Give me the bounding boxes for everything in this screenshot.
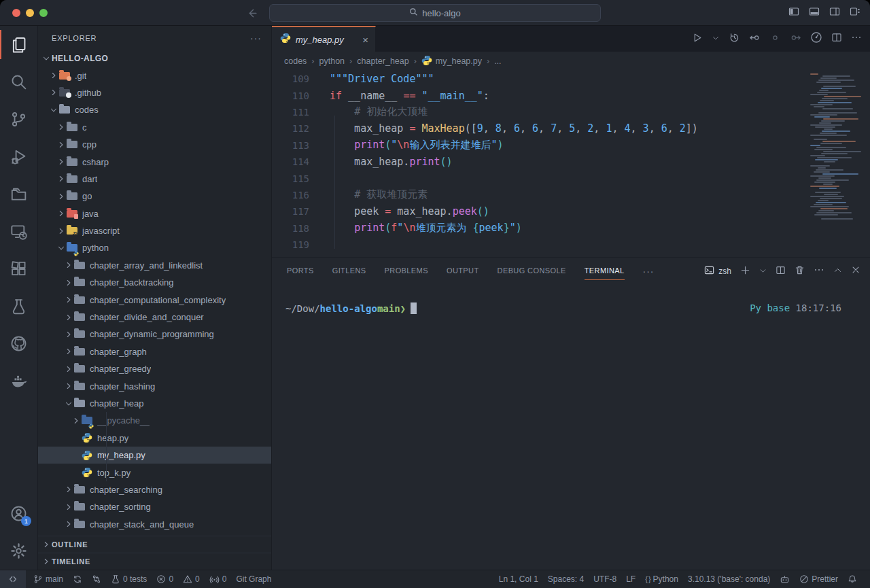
tree-item-chapter-backtracking[interactable]: chapter_backtracking <box>38 274 271 291</box>
section-timeline[interactable]: TIMELINE <box>38 553 271 570</box>
tree-item-c[interactable]: c <box>38 119 271 136</box>
code-line[interactable]: 113 print("\n输入列表并建堆后") <box>272 137 870 154</box>
layout-sidebar-right-icon[interactable] <box>829 6 840 20</box>
statusbar-indentation[interactable]: Spaces: 4 <box>543 570 589 588</box>
code-line[interactable]: 109"""Driver Code""" <box>272 71 870 87</box>
zoom-window-button[interactable] <box>39 9 48 17</box>
code-line[interactable]: 110if __name__ == "__main__": <box>272 87 870 103</box>
tree-item-dart[interactable]: dart <box>38 171 271 188</box>
tree-item-chapter-heap[interactable]: chapter_heap <box>38 395 271 412</box>
tree-item-chapter-dynamic-programming[interactable]: chapter_dynamic_programming <box>38 326 271 343</box>
tree-item-top-k-py[interactable]: top_k.py <box>38 464 271 481</box>
statusbar-git-graph[interactable]: Git Graph <box>231 570 276 588</box>
tree-item-javascript[interactable]: JSjavascript <box>38 222 271 239</box>
statusbar-python-interpreter[interactable]: 3.10.13 ('base': conda) <box>683 570 775 588</box>
activity-settings[interactable] <box>0 532 37 570</box>
panel-tab-problems[interactable]: PROBLEMS <box>385 262 428 280</box>
terminal[interactable]: ~/Dow/hello-algo main ❯ Py base 18:17:16 <box>272 285 870 570</box>
run-icon[interactable] <box>691 32 703 46</box>
activity-explorer[interactable] <box>0 26 37 63</box>
terminal-shell-label[interactable]: zsh <box>704 265 731 277</box>
activity-testing[interactable] <box>0 288 37 325</box>
new-terminal-icon[interactable] <box>740 265 750 278</box>
tree-item-chapter-searching[interactable]: chapter_searching <box>38 481 271 498</box>
code-line[interactable]: 111 # 初始化大顶堆 <box>272 104 870 120</box>
kill-terminal-icon[interactable] <box>795 265 805 278</box>
breadcrumb-item-chapter-heap[interactable]: chapter_heap <box>357 56 408 66</box>
tree-item-hello-algo[interactable]: HELLO-ALGO <box>38 50 271 67</box>
code-line[interactable]: 115 <box>272 170 870 186</box>
change-icon[interactable] <box>769 32 781 46</box>
minimize-window-button[interactable] <box>26 9 34 17</box>
command-center-search[interactable]: hello-algo <box>269 4 601 22</box>
activity-run-debug[interactable] <box>0 138 37 175</box>
breadcrumb-item-codes[interactable]: codes <box>284 56 307 66</box>
more-actions-icon[interactable] <box>851 32 862 46</box>
tree-item-chapter-sorting[interactable]: chapter_sorting <box>38 498 271 515</box>
tree-item-cpp[interactable]: cpp <box>38 136 271 153</box>
statusbar-eol[interactable]: LF <box>621 570 640 588</box>
launch-profile-dropdown-icon[interactable] <box>759 265 767 277</box>
statusbar-language-mode[interactable]: { }Python <box>640 570 683 588</box>
tree-item-chapter-divide-and-conquer[interactable]: chapter_divide_and_conquer <box>38 309 271 326</box>
prev-change-icon[interactable] <box>749 32 761 46</box>
statusbar-cursor-position[interactable]: Ln 1, Col 1 <box>494 570 543 588</box>
tree-item-my-heap-py[interactable]: my_heap.py <box>38 447 271 464</box>
tree-item-heap-py[interactable]: heap.py <box>38 430 271 447</box>
statusbar-remote-indicator[interactable] <box>0 570 26 588</box>
statusbar-prettier[interactable]: Prettier <box>795 570 843 588</box>
next-change-icon[interactable] <box>790 32 801 46</box>
panel-tab-debug-console[interactable]: DEBUG CONSOLE <box>498 262 566 280</box>
code-editor[interactable]: 109"""Driver Code"""110if __name__ == "_… <box>272 71 870 257</box>
activity-github[interactable] <box>0 325 37 362</box>
layout-customize-icon[interactable] <box>850 6 860 20</box>
run-dropdown-icon[interactable] <box>712 33 720 45</box>
tree-item-pycache[interactable]: __pycache__ <box>38 412 271 429</box>
tree-item-chapter-array-and-linkedlist[interactable]: chapter_array_and_linkedlist <box>38 257 271 274</box>
breadcrumb-item-python[interactable]: python <box>319 56 345 66</box>
statusbar-warning-count[interactable]: 0 <box>178 570 205 588</box>
close-window-button[interactable] <box>12 9 20 17</box>
breadcrumb-item-[interactable]: ... <box>494 56 501 66</box>
statusbar-sync-changes[interactable] <box>68 570 87 588</box>
tree-item-chapter-graph[interactable]: chapter_graph <box>38 343 271 360</box>
panel-tab-output[interactable]: OUTPUT <box>447 262 479 280</box>
tree-item-codes[interactable]: codes <box>38 101 271 118</box>
split-terminal-icon[interactable] <box>776 265 786 278</box>
tree-item-chapter-greedy[interactable]: chapter_greedy <box>38 360 271 377</box>
close-panel-icon[interactable] <box>851 265 860 277</box>
code-line[interactable]: 114 max_heap.print() <box>272 154 870 170</box>
minimap[interactable] <box>810 73 863 220</box>
statusbar-encoding[interactable]: UTF-8 <box>589 570 621 588</box>
navigate-back-icon[interactable] <box>246 7 258 19</box>
tree-item-chapter-stack-and-queue[interactable]: chapter_stack_and_queue <box>38 516 271 533</box>
activity-remote-explorer[interactable] <box>0 213 37 250</box>
file-history-icon[interactable] <box>729 32 740 46</box>
tree-item-github[interactable]: .github <box>38 84 271 101</box>
tree-item-go[interactable]: go <box>38 188 271 205</box>
code-line[interactable]: 117 peek = max_heap.peek() <box>272 203 870 220</box>
more-actions-icon[interactable] <box>814 264 824 278</box>
statusbar-test-status[interactable]: 0 tests <box>106 570 152 588</box>
statusbar-git-compare[interactable] <box>87 570 106 588</box>
tree-item-git[interactable]: .git <box>38 67 271 84</box>
panel-more-tabs[interactable]: ··· <box>643 266 655 277</box>
activity-search[interactable] <box>0 63 37 101</box>
close-tab-icon[interactable]: × <box>362 35 368 45</box>
activity-account[interactable]: 1 <box>0 495 37 532</box>
statusbar-copilot[interactable] <box>775 570 795 588</box>
code-line[interactable]: 112 max_heap = MaxHeap([9, 8, 6, 6, 7, 5… <box>272 120 870 137</box>
breadcrumb-item-my-heap-py[interactable]: my_heap.py <box>421 55 482 68</box>
tree-item-chapter-hashing[interactable]: chapter_hashing <box>38 377 271 394</box>
statusbar-error-count[interactable]: 0 <box>152 570 178 588</box>
statusbar-git-branch[interactable]: main <box>29 570 68 588</box>
layout-sidebar-left-icon[interactable] <box>788 6 799 20</box>
gitlens-graph-icon[interactable] <box>810 31 822 46</box>
code-line[interactable]: 118 print(f"\n堆顶元素为 {peek}") <box>272 220 870 237</box>
layout-panel-bottom-icon[interactable] <box>809 6 820 20</box>
panel-tab-terminal[interactable]: TERMINAL <box>585 262 625 280</box>
panel-tab-gitlens[interactable]: GITLENS <box>332 262 366 280</box>
statusbar-port-forward[interactable]: 0 <box>205 570 232 588</box>
section-outline[interactable]: OUTLINE <box>38 536 271 553</box>
activity-file-folder[interactable] <box>0 175 37 213</box>
